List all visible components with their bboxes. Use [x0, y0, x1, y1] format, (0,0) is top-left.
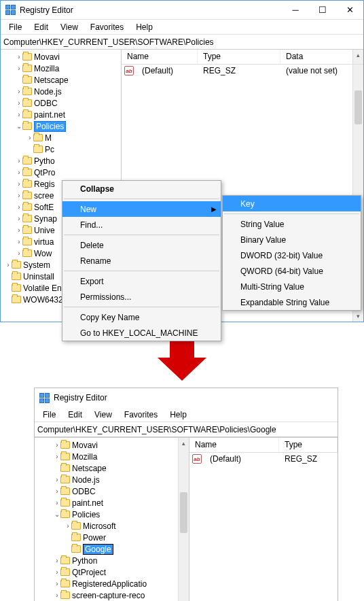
expand-icon[interactable]: › [54, 591, 60, 599]
col-type[interactable]: Type [279, 438, 338, 452]
tree-item[interactable]: ›paint.net [1, 109, 121, 120]
menu-help[interactable]: Help [132, 21, 157, 33]
menu-item[interactable]: QWORD (64-bit) Value [223, 263, 361, 279]
scroll-thumb[interactable] [180, 492, 187, 533]
menu-file[interactable]: File [39, 409, 60, 421]
tree-item[interactable]: ›M [1, 132, 121, 143]
tree-item[interactable]: ›Movavi [1, 51, 121, 63]
tree-item[interactable]: ›Node.js [1, 86, 121, 97]
address-bar[interactable]: Computer\HKEY_CURRENT_USER\SOFTWARE\Poli… [1, 35, 363, 50]
expand-icon[interactable]: › [16, 238, 22, 245]
expand-icon[interactable]: › [26, 134, 33, 141]
titlebar[interactable]: Registry Editor ─ ☐ ✕ [1, 1, 363, 20]
expand-icon[interactable]: › [65, 522, 71, 530]
tree-item[interactable]: ›Microsoft [35, 520, 189, 532]
menu-item[interactable]: DWORD (32-bit) Value [223, 247, 361, 263]
menu-view[interactable]: View [56, 21, 82, 33]
expand-icon[interactable]: › [5, 261, 12, 269]
expand-icon[interactable]: › [54, 580, 60, 587]
expand-icon[interactable]: › [16, 157, 22, 165]
menu-item[interactable]: Collapse [62, 181, 221, 196]
expand-icon[interactable]: › [16, 65, 22, 72]
expand-icon[interactable]: › [54, 568, 60, 576]
expand-icon[interactable]: › [54, 441, 60, 449]
maximize-button[interactable]: ☐ [309, 1, 336, 19]
tree-item[interactable]: ›screen-capture-reco [35, 589, 189, 601]
menu-item[interactable]: Binary Value [223, 232, 361, 247]
tree-item[interactable]: ›Movavi [35, 439, 189, 451]
tree-item[interactable]: ⌄Policies [35, 509, 189, 520]
menu-item[interactable]: Expandable String Value [223, 294, 361, 310]
menu-file[interactable]: File [5, 21, 26, 33]
expand-icon[interactable]: › [16, 250, 22, 257]
menu-item[interactable]: Copy Key Name [62, 309, 221, 325]
menu-item[interactable]: Multi-String Value [223, 279, 361, 294]
collapse-icon[interactable]: ⌄ [54, 511, 60, 518]
expand-icon[interactable]: › [54, 476, 60, 483]
tree-item[interactable]: ⌄Policies [1, 120, 121, 132]
tree-item[interactable]: ›Pytho [1, 155, 121, 167]
menu-favorites[interactable]: Favorites [86, 21, 128, 33]
tree-item[interactable]: ›paint.net [35, 497, 189, 509]
tree-item[interactable]: ›RegisteredApplicatio [35, 578, 189, 589]
menu-item[interactable]: String Value [223, 216, 361, 232]
menu-edit[interactable]: Edit [30, 21, 52, 33]
menu-view[interactable]: View [90, 409, 116, 421]
expand-icon[interactable]: › [54, 453, 60, 460]
expand-icon[interactable]: › [54, 499, 60, 506]
tree-item[interactable]: ›Node.js [35, 474, 189, 485]
menu-item[interactable]: Export [62, 273, 221, 289]
tree-item[interactable]: ›ODBC [1, 97, 121, 109]
menu-item[interactable]: Permissions... [62, 289, 221, 305]
tree-item[interactable]: Pc [1, 143, 121, 155]
list-row[interactable]: ab (Default) REG_SZ (value not set) [122, 65, 363, 77]
tree-item[interactable]: Netscape [35, 462, 189, 474]
tree-item[interactable]: ›QtPro [1, 167, 121, 178]
list-header[interactable]: Name Type [189, 438, 338, 453]
list-header[interactable]: Name Type Data [122, 50, 363, 65]
menu-item[interactable]: Delete [62, 237, 221, 253]
titlebar[interactable]: Registry Editor [35, 388, 338, 407]
tree-item[interactable]: ›QtProject [35, 566, 189, 578]
menu-item[interactable]: Go to HKEY_LOCAL_MACHINE [62, 325, 221, 341]
tree-item[interactable]: ›Mozilla [35, 451, 189, 462]
collapse-icon[interactable]: ⌄ [16, 122, 22, 130]
tree-item[interactable]: ›Python [35, 555, 189, 566]
menu-item[interactable]: Rename [62, 253, 221, 269]
expand-icon[interactable]: › [16, 111, 22, 118]
menu-item[interactable]: Key [223, 196, 361, 211]
tree-item[interactable]: Netscape [1, 74, 121, 86]
minimize-button[interactable]: ─ [282, 1, 309, 19]
tree-item[interactable]: ›ODBC [35, 485, 189, 497]
list-row[interactable]: ab (Default) REG_SZ [189, 453, 338, 465]
col-data[interactable]: Data [280, 50, 363, 64]
new-submenu[interactable]: KeyString ValueBinary ValueDWORD (32-bit… [222, 195, 361, 311]
menu-item[interactable]: New▶ [62, 201, 221, 217]
expand-icon[interactable]: › [54, 557, 60, 564]
registry-tree[interactable]: ▴ ▾ ›Movavi›MozillaNetscape›Node.js›ODBC… [35, 438, 189, 601]
col-type[interactable]: Type [198, 50, 280, 64]
expand-icon[interactable]: › [16, 203, 22, 211]
menu-edit[interactable]: Edit [64, 409, 86, 421]
col-name[interactable]: Name [122, 50, 198, 64]
menu-help[interactable]: Help [166, 409, 191, 421]
value-list[interactable]: Name Type ab (Default) REG_SZ [189, 438, 338, 601]
menu-item[interactable]: Find... [62, 217, 221, 233]
menu-favorites[interactable]: Favorites [120, 409, 162, 421]
address-bar[interactable]: Computer\HKEY_CURRENT_USER\SOFTWARE\Poli… [35, 422, 338, 437]
tree-scrollbar[interactable]: ▴ ▾ [178, 438, 189, 601]
tree-item[interactable]: Power [35, 532, 189, 543]
expand-icon[interactable]: › [54, 487, 60, 495]
col-name[interactable]: Name [189, 438, 279, 452]
tree-item[interactable]: ›Mozilla [1, 63, 121, 74]
expand-icon[interactable]: › [16, 215, 22, 222]
tree-context-menu[interactable]: CollapseNew▶Find...DeleteRenameExportPer… [62, 180, 221, 341]
close-button[interactable]: ✕ [336, 1, 363, 19]
expand-icon[interactable]: › [16, 180, 22, 188]
expand-icon[interactable]: › [16, 53, 22, 61]
scroll-up-icon[interactable]: ▴ [179, 438, 189, 449]
expand-icon[interactable]: › [16, 192, 22, 199]
expand-icon[interactable]: › [16, 88, 22, 95]
expand-icon[interactable]: › [16, 226, 22, 234]
expand-icon[interactable]: › [16, 99, 22, 107]
